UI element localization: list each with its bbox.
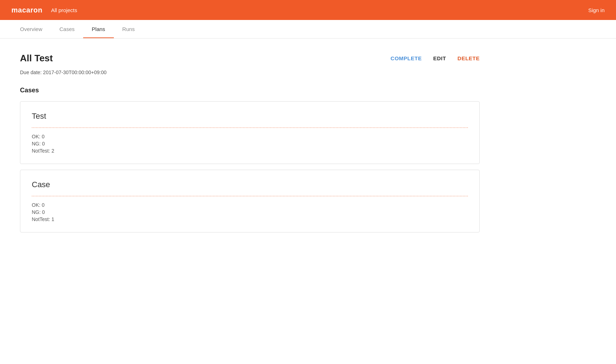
header-left: macaron All projects	[11, 6, 77, 14]
plan-actions: COMPLETE EDIT DELETE	[390, 55, 480, 61]
logo: macaron	[11, 6, 42, 14]
case-card: Test OK: 0 NG: 0 NotTest: 2	[20, 101, 480, 164]
delete-button[interactable]: DELETE	[458, 55, 480, 61]
main-content: All Test COMPLETE EDIT DELETE Due date: …	[0, 39, 500, 252]
case-stat-ok: OK: 0	[32, 202, 468, 208]
all-projects-link[interactable]: All projects	[51, 7, 77, 13]
sign-in-button[interactable]: Sign in	[588, 7, 605, 13]
tab-plans[interactable]: Plans	[83, 20, 114, 38]
complete-button[interactable]: COMPLETE	[390, 55, 421, 61]
app-header: macaron All projects Sign in	[0, 0, 616, 20]
case-stat-nottest: NotTest: 2	[32, 148, 468, 154]
tab-cases[interactable]: Cases	[51, 20, 84, 38]
cases-list: Test OK: 0 NG: 0 NotTest: 2 Case OK: 0 N…	[20, 101, 480, 232]
case-stats: OK: 0 NG: 0 NotTest: 1	[32, 202, 468, 222]
case-stats: OK: 0 NG: 0 NotTest: 2	[32, 134, 468, 154]
case-card: Case OK: 0 NG: 0 NotTest: 1	[20, 170, 480, 232]
case-stat-ok: OK: 0	[32, 134, 468, 139]
case-stat-nottest: NotTest: 1	[32, 216, 468, 222]
plan-title: All Test	[20, 53, 53, 64]
case-stat-ng: NG: 0	[32, 209, 468, 215]
cases-section-title: Cases	[20, 87, 480, 94]
case-card-title: Test	[32, 112, 468, 121]
case-progress-dotted	[32, 127, 468, 128]
case-stat-ng: NG: 0	[32, 141, 468, 147]
plan-header: All Test COMPLETE EDIT DELETE	[20, 53, 480, 64]
tab-runs[interactable]: Runs	[114, 20, 143, 38]
nav-tabs: Overview Cases Plans Runs	[0, 20, 616, 39]
edit-button[interactable]: EDIT	[433, 55, 446, 61]
case-progress-dotted	[32, 196, 468, 196]
due-date: Due date: 2017-07-30T00:00:00+09:00	[20, 70, 480, 75]
case-card-title: Case	[32, 180, 468, 189]
tab-overview[interactable]: Overview	[11, 20, 51, 38]
